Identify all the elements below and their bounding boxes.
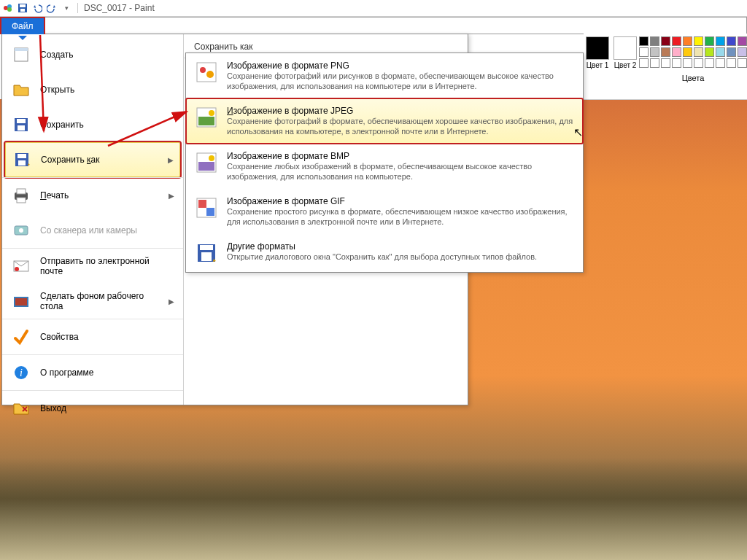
saveas-option-2[interactable]: Изображение в формате BMPСохранение любы… [186, 144, 583, 189]
color1-swatch [586, 36, 609, 60]
palette-color[interactable] [716, 58, 725, 68]
svg-rect-25 [197, 63, 216, 82]
palette-color[interactable] [661, 36, 670, 46]
file-menu-item-icon [11, 256, 31, 276]
file-menu-item-icon [11, 185, 31, 206]
file-menu-item-1[interactable]: Открыть [2, 72, 183, 107]
svg-rect-22 [15, 298, 27, 306]
qat-undo-icon[interactable] [32, 3, 42, 13]
submenu-arrow-icon: ▶ [168, 156, 174, 164]
svg-point-2 [7, 7, 12, 12]
file-menu-item-7[interactable]: Сделать фоном рабочего стола▶ [2, 284, 183, 319]
color2-button[interactable]: Цвет 2 [611, 34, 639, 99]
format-icon [195, 196, 218, 219]
qat-dropdown-icon[interactable]: ▾ [61, 3, 71, 13]
svg-rect-5 [20, 9, 25, 12]
format-title: Другие форматы [227, 241, 574, 252]
svg-rect-10 [18, 125, 25, 131]
palette-color[interactable] [661, 58, 670, 68]
format-description: Сохранение простого рисунка в формате, о… [227, 206, 574, 227]
file-menu-item-2[interactable]: Сохранить [2, 107, 183, 142]
format-title: Изображение в формате JPEG [227, 106, 574, 116]
svg-rect-32 [198, 162, 214, 171]
submenu-arrow-icon: ▶ [169, 192, 174, 200]
file-menu-item-label: О программе [40, 368, 174, 378]
file-menu-item-label: Создать [40, 50, 174, 60]
palette-color[interactable] [650, 58, 659, 68]
svg-rect-38 [200, 245, 213, 250]
file-menu-item-label: Сделать фоном рабочего стола [40, 291, 160, 311]
svg-rect-15 [17, 189, 26, 194]
file-menu-item-4[interactable]: Печать▶ [2, 177, 183, 213]
saveas-option-3[interactable]: Изображение в формате GIFСохранение прос… [186, 189, 583, 234]
file-menu-item-3[interactable]: Сохранить как▶ [5, 142, 180, 177]
svg-rect-35 [198, 200, 206, 208]
palette-color[interactable] [705, 58, 714, 68]
file-tab[interactable]: Файл [0, 17, 45, 34]
color1-button[interactable]: Цвет 1 [584, 34, 611, 99]
file-menu-item-label: Со сканера или камеры [40, 225, 174, 236]
palette-color[interactable] [639, 47, 649, 57]
saveas-option-0[interactable]: Изображение в формате PNGСохранение фото… [186, 53, 583, 98]
file-menu-item-icon [11, 291, 31, 311]
svg-point-30 [209, 110, 214, 116]
palette-color[interactable] [727, 47, 736, 57]
svg-point-20 [15, 267, 19, 271]
palette-color[interactable] [683, 47, 692, 57]
color-palette[interactable]: Цвета [639, 34, 747, 99]
saveas-option-4[interactable]: Другие форматыОткрытие диалогового окна … [186, 234, 583, 272]
qat-save-icon[interactable] [18, 3, 28, 13]
svg-rect-36 [206, 208, 214, 216]
palette-color[interactable] [672, 47, 681, 57]
palette-color[interactable] [738, 58, 747, 68]
palette-color[interactable] [639, 58, 649, 68]
format-description: Сохранение любых изображений в формате, … [227, 161, 574, 182]
palette-color[interactable] [716, 47, 725, 57]
file-menu-item-icon [11, 398, 31, 419]
file-menu-item-icon [11, 327, 31, 347]
file-menu-item-9[interactable]: iО программе [2, 354, 183, 390]
palette-color[interactable] [727, 58, 736, 68]
svg-point-27 [206, 71, 214, 78]
palette-color[interactable] [683, 58, 692, 68]
palette-color[interactable] [661, 47, 670, 57]
palette-color[interactable] [639, 36, 649, 46]
palette-color[interactable] [738, 47, 747, 57]
palette-color[interactable] [716, 36, 725, 46]
file-menu-item-icon [11, 220, 31, 241]
title-bar: ▾ DSC_0017 - Paint [0, 0, 747, 17]
app-icon [3, 3, 13, 13]
file-menu-item-5: Со сканера или камеры [2, 213, 183, 248]
palette-color[interactable] [705, 47, 714, 57]
file-menu-item-label: Отправить по электронной почте [40, 256, 174, 276]
palette-color[interactable] [672, 36, 681, 46]
palette-color[interactable] [705, 36, 714, 46]
svg-rect-12 [18, 154, 26, 158]
file-menu-item-icon [11, 114, 31, 135]
saveas-option-1[interactable]: Изображение в формате JPEGСохранение фот… [186, 98, 583, 144]
file-menu-item-0[interactable]: Создать [2, 37, 183, 72]
palette-color[interactable] [683, 36, 692, 46]
palette-color[interactable] [694, 58, 703, 68]
file-menu-item-label: Печать [40, 190, 160, 201]
palette-color[interactable] [650, 47, 659, 57]
color2-swatch [614, 36, 637, 60]
svg-rect-39 [201, 252, 212, 261]
palette-color[interactable] [694, 47, 703, 57]
submenu-arrow-icon: ▶ [169, 298, 174, 306]
format-description: Сохранение фотографий или рисунков в фор… [227, 71, 574, 91]
format-description: Сохранение фотографий в формате, обеспеч… [227, 116, 574, 136]
file-menu-item-6[interactable]: Отправить по электронной почте [2, 248, 183, 284]
file-menu-item-label: Сохранить [40, 120, 174, 130]
ribbon-space [45, 17, 747, 34]
palette-color[interactable] [694, 36, 703, 46]
file-menu-item-10[interactable]: Выход [2, 390, 183, 426]
palette-color[interactable] [672, 58, 681, 68]
palette-color[interactable] [727, 36, 736, 46]
format-title: Изображение в формате BMP [227, 151, 574, 161]
file-menu-item-8[interactable]: Свойства [2, 319, 183, 354]
palette-color[interactable] [738, 36, 747, 46]
file-menu-item-label: Выход [40, 403, 174, 413]
palette-color[interactable] [650, 36, 659, 46]
qat-redo-icon[interactable] [47, 3, 57, 13]
